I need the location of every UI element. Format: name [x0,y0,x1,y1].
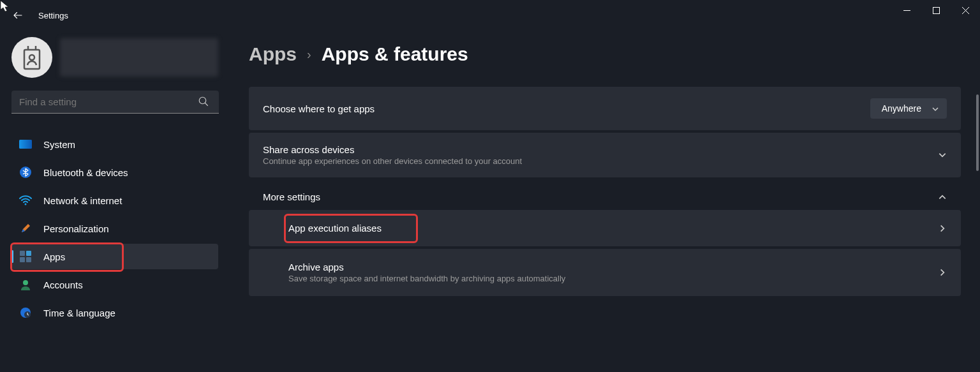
nav-label: Bluetooth & devices [43,167,128,178]
svg-rect-15 [26,257,31,262]
back-arrow-icon [12,10,24,21]
nav-item-bluetooth[interactable]: Bluetooth & devices [11,160,218,185]
nav-item-network[interactable]: Network & internet [11,188,218,213]
close-button[interactable] [951,0,980,20]
svg-point-6 [199,97,206,104]
card-title: Share across devices [263,144,522,155]
wifi-icon [19,194,32,207]
breadcrumb: Apps › Apps & features [249,43,961,65]
card-choose-where-to-get-apps[interactable]: Choose where to get apps Anywhere [249,87,961,130]
svg-rect-14 [20,257,25,262]
breadcrumb-current: Apps & features [322,43,468,65]
svg-line-7 [205,103,208,106]
card-app-execution-aliases[interactable]: App execution aliases [249,210,961,246]
nav-label: Network & internet [43,195,122,206]
svg-rect-9 [19,140,32,149]
chevron-down-icon [938,151,947,160]
avatar [11,37,52,78]
nav-item-system[interactable]: System [11,131,218,157]
nav-item-personalization[interactable]: Personalization [11,216,218,241]
maximize-button[interactable] [921,0,951,20]
nav-label: Accounts [43,279,83,290]
mouse-cursor-icon [0,0,10,13]
nav-item-apps[interactable]: Apps [11,244,218,269]
nav-list: System Bluetooth & devices Network & int… [11,131,218,325]
card-title: Archive apps [288,262,565,272]
dropdown-value: Anywhere [882,103,921,114]
svg-rect-12 [20,251,25,256]
svg-point-16 [23,280,28,285]
window-title: Settings [38,11,68,20]
card-subtitle: Continue app experiences on other device… [263,156,522,166]
svg-rect-1 [933,7,939,13]
bluetooth-icon [19,166,32,179]
search-input[interactable] [11,91,219,114]
chevron-right-icon: › [307,47,311,62]
svg-point-3 [29,55,34,60]
chevron-right-icon [938,224,947,233]
main-content: Apps › Apps & features Choose where to g… [230,31,980,372]
nav-item-accounts[interactable]: Accounts [11,272,218,297]
chevron-right-icon [938,268,947,277]
chevron-up-icon [938,193,947,202]
search-icon [198,96,209,107]
person-icon [19,278,32,291]
chevron-down-icon [932,105,939,113]
card-title: App execution aliases [288,223,382,234]
nav-label: System [43,139,75,150]
card-title: Choose where to get apps [263,103,375,114]
nav-label: Apps [43,251,65,262]
nav-label: Personalization [43,223,109,234]
sidebar: System Bluetooth & devices Network & int… [0,31,230,372]
system-icon [19,138,32,151]
avatar-placeholder-icon [21,45,43,70]
card-archive-apps[interactable]: Archive apps Save storage space and inte… [249,249,961,296]
nav-item-time-language[interactable]: Time & language [11,300,218,325]
scrollbar-thumb[interactable] [976,94,979,171]
clock-globe-icon [19,306,32,319]
breadcrumb-parent[interactable]: Apps [249,43,297,65]
nav-label: Time & language [43,308,115,318]
profile-section[interactable] [11,37,218,78]
svg-point-11 [25,204,27,205]
apps-icon [19,250,32,263]
window-controls [892,0,980,20]
section-title: More settings [263,191,320,202]
minimize-button[interactable] [892,0,921,20]
dropdown-app-source[interactable]: Anywhere [870,98,947,119]
titlebar: Settings [0,0,980,31]
svg-rect-13 [26,251,31,256]
card-subtitle: Save storage space and internet bandwidt… [288,274,565,283]
profile-name-redacted [60,38,218,77]
paintbrush-icon [19,222,32,235]
card-share-across-devices[interactable]: Share across devices Continue app experi… [249,133,961,177]
more-settings-header[interactable]: More settings [249,180,961,210]
